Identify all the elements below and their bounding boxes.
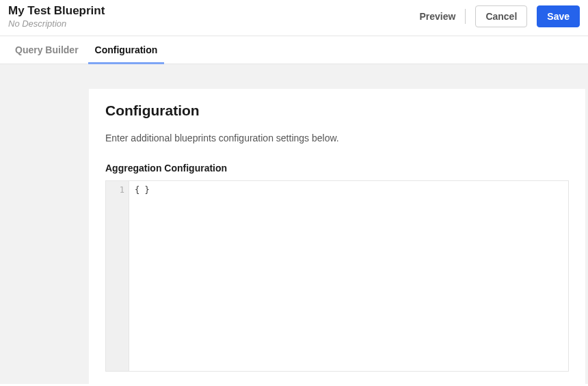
header-left: My Test Blueprint No Description: [8, 4, 105, 29]
aggregation-config-label: Aggregation Configuration: [105, 163, 569, 174]
preview-link[interactable]: Preview: [419, 11, 455, 22]
vertical-divider: [465, 9, 466, 24]
save-button[interactable]: Save: [537, 5, 580, 27]
cancel-button[interactable]: Cancel: [475, 5, 527, 27]
panel-title: Configuration: [105, 102, 569, 119]
page-description: No Description: [8, 18, 105, 29]
line-number: 1: [106, 185, 124, 195]
tab-query-builder[interactable]: Query Builder: [8, 36, 85, 64]
header-right: Preview Cancel Save: [419, 5, 580, 27]
page-header: My Test Blueprint No Description Preview…: [0, 0, 588, 36]
tab-configuration[interactable]: Configuration: [88, 36, 165, 64]
tabs-bar: Query Builder Configuration: [0, 36, 588, 64]
config-panel: Configuration Enter additional blueprint…: [89, 89, 585, 384]
editor-code[interactable]: { }: [129, 181, 568, 371]
aggregation-config-editor[interactable]: 1 { }: [105, 180, 569, 372]
content-area: Configuration Enter additional blueprint…: [0, 64, 588, 384]
page-title: My Test Blueprint: [8, 4, 105, 18]
editor-gutter: 1: [106, 181, 129, 371]
panel-description: Enter additional blueprints configuratio…: [105, 133, 569, 143]
